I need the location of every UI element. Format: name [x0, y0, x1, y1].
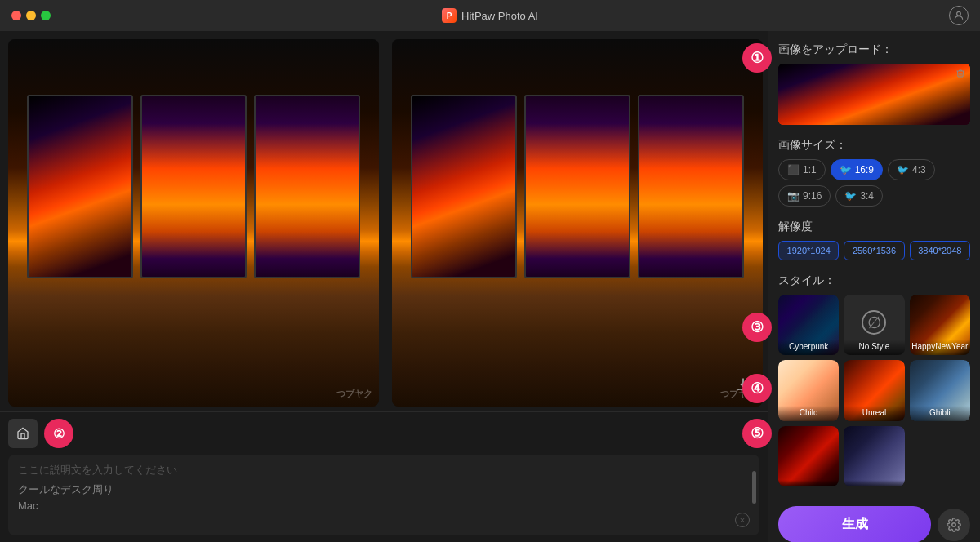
size-btn-9-16[interactable]: 📷 9:16	[778, 185, 831, 207]
upload-label: 画像をアップロード：	[778, 42, 970, 57]
result-monitor-right	[638, 95, 745, 278]
no-style-icon: ∅	[862, 310, 886, 335]
svg-point-0	[957, 11, 961, 16]
window-controls	[11, 11, 51, 20]
thumb-bg	[778, 64, 970, 125]
description-text2: Mac	[18, 500, 750, 512]
style-item-child[interactable]: Child	[778, 360, 839, 420]
home-button[interactable]	[8, 419, 38, 448]
res-btn-1920[interactable]: 1920*1024	[778, 241, 839, 260]
images-wrapper: ① つブヤク ③ ④	[0, 31, 768, 411]
size-btn-1-1[interactable]: ⬛ 1:1	[778, 159, 826, 180]
child-label: Child	[778, 406, 839, 421]
size-btn-16-9[interactable]: 🐦 16:9	[831, 159, 883, 180]
result-monitor-area	[411, 95, 745, 278]
app-title: P HitPaw Photo AI	[442, 8, 538, 23]
original-image-container: つブヤク	[8, 39, 379, 406]
monitor-left	[27, 95, 134, 278]
upload-thumbnail[interactable]	[778, 64, 970, 125]
thumbnail-image	[778, 64, 970, 125]
size-btn-3-4[interactable]: 🐦 3:4	[835, 185, 883, 207]
description-text1: クールなデスク周り	[18, 482, 750, 497]
close-button[interactable]	[11, 11, 21, 20]
step-badge-3: ③	[742, 313, 772, 342]
size-section: 画像サイズ： ⬛ 1:1 🐦 16:9 🐦 4:3 📷 9:16	[778, 138, 970, 207]
minimize-button[interactable]	[26, 11, 36, 20]
size-btn-4-3[interactable]: 🐦 4:3	[888, 159, 935, 180]
watermark: つブヤク	[336, 388, 372, 400]
style-section: スタイル： Cyberpunk ∅ No Style HappyNe	[778, 273, 970, 486]
ghibli-label: Ghibli	[910, 406, 970, 421]
generate-section: 生成	[778, 500, 970, 542]
style-item-unreal[interactable]: Unreal	[844, 360, 904, 420]
resolution-section: 解像度 1920*1024 2560*1536 3840*2048	[778, 220, 970, 260]
size-label: 画像サイズ：	[778, 138, 970, 153]
style-item-row3b[interactable]	[844, 426, 904, 486]
clear-icon[interactable]: ×	[735, 513, 750, 527]
step-badge-4: ④	[742, 374, 772, 403]
result-image	[392, 39, 763, 406]
happynewyear-label: HappyNewYear	[910, 340, 970, 355]
style-grid: Cyberpunk ∅ No Style HappyNewYear Child	[778, 295, 970, 486]
row3a-label	[778, 480, 839, 486]
user-icon[interactable]	[949, 6, 969, 25]
main-area: ① つブヤク ③ ④	[0, 31, 980, 542]
app-logo: P	[442, 8, 457, 23]
upload-section: 画像をアップロード：	[778, 42, 970, 125]
titlebar: P HitPaw Photo AI	[0, 0, 980, 31]
style-label: スタイル：	[778, 273, 970, 288]
maximize-button[interactable]	[41, 11, 51, 20]
res-btn-3840[interactable]: 3840*2048	[910, 241, 970, 260]
style-item-no-style[interactable]: ∅ No Style	[844, 295, 904, 355]
scrollbar[interactable]	[752, 471, 756, 504]
size-icon-1-1: ⬛	[787, 164, 800, 175]
resolution-label: 解像度	[778, 220, 970, 234]
description-placeholder: ここに説明文を入力してください	[18, 463, 750, 478]
monitor-area	[27, 95, 361, 278]
delete-icon[interactable]	[956, 69, 965, 81]
monitor-center	[140, 95, 247, 278]
svg-point-1	[952, 522, 956, 526]
bottom-toolbar: ②	[8, 419, 760, 448]
generate-button[interactable]: 生成	[778, 506, 931, 542]
no-style-label: No Style	[844, 340, 904, 355]
row3b-label	[844, 480, 904, 486]
style-item-happynewyear[interactable]: HappyNewYear	[910, 295, 970, 355]
result-image-container: つブヤク	[392, 39, 763, 406]
size-icon-3-4: 🐦	[844, 190, 857, 202]
original-image	[8, 39, 379, 406]
row3a-thumb	[778, 426, 839, 486]
size-icon-4-3: 🐦	[897, 164, 909, 175]
app-title-text: HitPaw Photo AI	[461, 10, 538, 22]
settings-button[interactable]	[938, 509, 970, 541]
size-icon-9-16: 📷	[787, 190, 800, 202]
step-badge-1: ①	[742, 43, 772, 73]
style-item-ghibli[interactable]: Ghibli	[910, 360, 970, 420]
unreal-label: Unreal	[844, 406, 904, 421]
cyberpunk-label: Cyberpunk	[778, 340, 839, 355]
description-area[interactable]: ここに説明文を入力してください クールなデスク周り Mac ×	[8, 455, 760, 535]
row3b-thumb	[844, 426, 904, 486]
result-monitor-left	[411, 95, 518, 278]
left-panel: ① つブヤク ③ ④	[0, 31, 768, 542]
size-icon-16-9: 🐦	[840, 164, 852, 175]
bottom-bar: ② ここに説明文を入力してください クールなデスク周り Mac ×	[0, 411, 768, 542]
size-options: ⬛ 1:1 🐦 16:9 🐦 4:3 📷 9:16 🐦 3:4	[778, 159, 970, 207]
style-item-cyberpunk[interactable]: Cyberpunk	[778, 295, 839, 355]
monitor-right	[254, 95, 361, 278]
res-btn-2560[interactable]: 2560*1536	[844, 241, 904, 260]
right-panel: 画像をアップロード： 画像サイズ： ⬛ 1:1	[768, 31, 980, 542]
step-badge-5: ⑤	[742, 419, 772, 448]
resolution-options: 1920*1024 2560*1536 3840*2048	[778, 241, 970, 260]
result-monitor-center	[524, 95, 631, 278]
style-item-row3a[interactable]	[778, 426, 839, 486]
step-badge-2: ②	[44, 419, 74, 448]
